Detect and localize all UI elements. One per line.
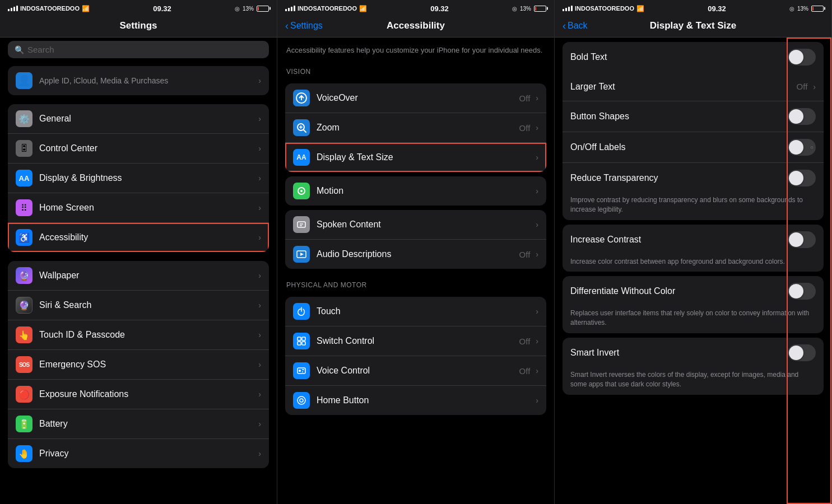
nav-bar-2: ‹ Settings Accessibility xyxy=(277,16,554,38)
back-chevron-2: ‹ xyxy=(285,21,289,31)
reduce-transparency-sub: Improve contrast by reducing transparenc… xyxy=(563,193,824,220)
home-screen-icon: ⠿ xyxy=(16,199,32,216)
physical-motor-label: PHYSICAL AND MOTOR xyxy=(277,273,554,292)
smart-invert-toggle[interactable] xyxy=(788,344,816,361)
voice-control-row[interactable]: Voice Control Off › xyxy=(285,356,546,386)
control-center-chevron: › xyxy=(258,144,261,153)
display-brightness-row[interactable]: AA Display & Brightness › xyxy=(8,164,269,193)
control-center-row[interactable]: 🎛 Control Center › xyxy=(8,134,269,164)
voice-control-icon xyxy=(293,362,310,379)
motion-icon xyxy=(293,183,310,199)
diff-color-row[interactable]: Differentiate Without Color xyxy=(563,276,824,306)
button-shapes-toggle[interactable] xyxy=(788,108,816,125)
motion-section: Motion › xyxy=(285,176,546,206)
home-button-row[interactable]: Home Button › xyxy=(285,386,546,415)
battery-fill-3 xyxy=(812,7,814,11)
button-shapes-label: Button Shapes xyxy=(570,111,788,122)
accessibility-row[interactable]: ♿ Accessibility › xyxy=(8,223,269,252)
display-text-size-list: Bold Text Larger Text Off › Button Shape… xyxy=(555,38,831,504)
onoff-labels-knob xyxy=(789,140,803,155)
battery-label: Battery xyxy=(39,419,255,429)
zoom-row[interactable]: Zoom Off › xyxy=(285,113,546,143)
motion-row[interactable]: Motion › xyxy=(285,176,546,206)
status-bar-1: INDOSATOOREDOO 📶 09.32 ◎ 13% xyxy=(0,0,277,16)
switch-control-label: Switch Control xyxy=(317,336,519,346)
panel-settings-main: INDOSATOOREDOO 📶 09.32 ◎ 13% Settings 🔍 … xyxy=(0,0,277,504)
location-icon-1: ◎ xyxy=(235,6,240,12)
panel-accessibility: INDOSATOOREDOO 📶 09.32 ◎ 13% ‹ Settings … xyxy=(277,0,555,504)
exposure-chevron: › xyxy=(258,390,261,399)
svg-rect-16 xyxy=(302,342,305,345)
reduce-transparency-toggle[interactable] xyxy=(788,170,816,186)
display-text-size-row[interactable]: AA Display & Text Size › xyxy=(285,143,546,172)
accessibility-chevron: › xyxy=(258,233,261,242)
display-brightness-label: Display & Brightness xyxy=(39,173,255,183)
back-button-2[interactable]: ‹ Settings xyxy=(285,21,323,31)
carrier-1: INDOSATOOREDOO 📶 xyxy=(8,5,90,12)
onoff-labels-label: On/Off Labels xyxy=(570,142,788,152)
svg-point-7 xyxy=(300,190,303,192)
spoken-content-row[interactable]: Spoken Content › xyxy=(285,210,546,240)
battery-row-icon: 🔋 xyxy=(16,416,32,432)
bold-text-label: Bold Text xyxy=(570,52,788,62)
bold-text-row[interactable]: Bold Text xyxy=(563,42,824,72)
reduce-transparency-row[interactable]: Reduce Transparency xyxy=(563,163,824,193)
onoff-labels-toggle[interactable]: ○ xyxy=(788,139,816,156)
right-status-icons-1: ◎ 13% xyxy=(235,6,269,12)
privacy-row[interactable]: 🤚 Privacy › xyxy=(8,439,269,468)
battery-chevron: › xyxy=(258,419,261,428)
switch-control-row[interactable]: Switch Control Off › xyxy=(285,326,546,356)
svg-point-22 xyxy=(300,399,303,402)
home-screen-row[interactable]: ⠿ Home Screen › xyxy=(8,193,269,223)
general-row[interactable]: ⚙️ General › xyxy=(8,104,269,134)
touch-id-row[interactable]: 👆 Touch ID & Passcode › xyxy=(8,320,269,350)
larger-text-row[interactable]: Larger Text Off › xyxy=(563,72,824,101)
wifi-icon-1: 📶 xyxy=(82,5,90,12)
motion-label: Motion xyxy=(317,186,532,196)
exposure-row[interactable]: 🔴 Exposure Notifications › xyxy=(8,380,269,409)
button-shapes-row[interactable]: Button Shapes xyxy=(563,101,824,132)
audio-descriptions-row[interactable]: Audio Descriptions Off › xyxy=(285,240,546,269)
display-brightness-chevron: › xyxy=(258,174,261,183)
onoff-labels-row[interactable]: On/Off Labels ○ xyxy=(563,132,824,163)
svg-line-3 xyxy=(304,130,306,132)
privacy-chevron: › xyxy=(258,449,261,458)
smart-invert-knob xyxy=(789,346,803,360)
settings-section-2: 🔮 Wallpaper › 🔮 Siri & Search › 👆 Touch … xyxy=(8,261,269,468)
switch-control-value: Off xyxy=(519,337,531,346)
voiceover-chevron: › xyxy=(536,94,538,102)
search-bar[interactable]: 🔍 Search xyxy=(8,41,269,58)
wallpaper-row[interactable]: 🔮 Wallpaper › xyxy=(8,261,269,291)
emergency-sos-icon: SOS xyxy=(16,356,32,373)
back-button-3[interactable]: ‹ Back xyxy=(563,21,588,31)
display-text-size-label: Display & Text Size xyxy=(317,152,532,162)
diff-color-toggle[interactable] xyxy=(788,283,816,300)
svg-point-18 xyxy=(299,370,301,372)
voiceover-row[interactable]: VoiceOver Off › xyxy=(285,83,546,113)
diff-color-label: Differentiate Without Color xyxy=(570,286,788,296)
bold-text-knob xyxy=(789,50,803,64)
smart-invert-row[interactable]: Smart Invert xyxy=(563,338,824,368)
battery-icon-1 xyxy=(257,6,269,12)
battery-percent-3: 13% xyxy=(797,6,808,12)
general-label: General xyxy=(39,114,255,124)
battery-icon-2 xyxy=(534,6,546,12)
increase-contrast-row[interactable]: Increase Contrast xyxy=(563,225,824,255)
wallpaper-label: Wallpaper xyxy=(39,270,255,281)
voice-control-value: Off xyxy=(519,366,531,376)
touch-row[interactable]: Touch › xyxy=(285,297,546,326)
nav-title-3: Display & Text Size xyxy=(650,20,737,31)
display-text-size-section-2: Increase Contrast Increase color contras… xyxy=(563,225,824,272)
bold-text-toggle[interactable] xyxy=(788,49,816,66)
profile-row[interactable]: 👤 Apple ID, iCloud, Media & Purchases › xyxy=(8,66,269,95)
siri-search-row[interactable]: 🔮 Siri & Search › xyxy=(8,291,269,320)
battery-row[interactable]: 🔋 Battery › xyxy=(8,409,269,439)
emergency-sos-row[interactable]: SOS Emergency SOS › xyxy=(8,350,269,380)
voiceover-icon xyxy=(293,90,310,106)
battery-percent-1: 13% xyxy=(243,6,254,12)
time-3: 09.32 xyxy=(708,4,726,13)
increase-contrast-toggle[interactable] xyxy=(788,231,816,248)
increase-contrast-sub: Increase color contrast between app fore… xyxy=(563,255,824,272)
touch-icon xyxy=(293,303,310,320)
touch-chevron: › xyxy=(536,307,538,316)
